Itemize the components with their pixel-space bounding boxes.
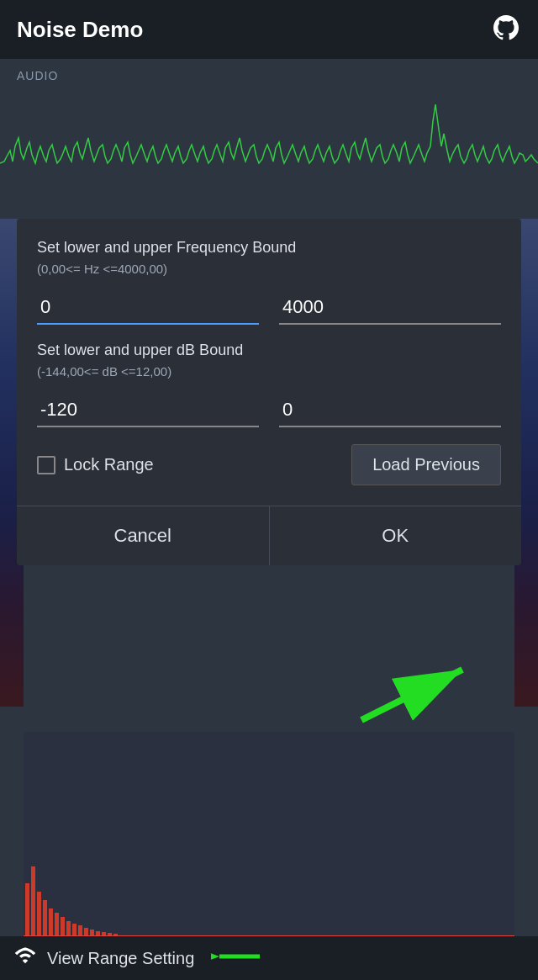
- arrow-annotation: [353, 653, 488, 732]
- svg-rect-4: [37, 892, 41, 936]
- freq-bound-title: Set lower and upper Frequency Bound: [37, 239, 501, 257]
- db-upper-input[interactable]: [279, 394, 501, 427]
- github-icon[interactable]: [491, 13, 521, 46]
- top-bar: Noise Demo: [0, 0, 538, 59]
- freq-input-row: [37, 291, 501, 325]
- freq-upper-wrap: [279, 291, 501, 325]
- db-input-row: [37, 394, 501, 427]
- svg-rect-11: [78, 925, 82, 936]
- svg-rect-5: [43, 900, 47, 936]
- freq-upper-input[interactable]: [279, 291, 501, 325]
- freq-lower-wrap: [37, 291, 259, 325]
- db-lower-wrap: [37, 394, 259, 427]
- freq-lower-input[interactable]: [37, 291, 259, 325]
- view-range-setting-label[interactable]: View Range Setting: [47, 949, 194, 968]
- lock-range-checkbox-wrap[interactable]: Lock Range: [37, 455, 154, 474]
- svg-rect-1: [24, 732, 514, 936]
- svg-rect-0: [0, 87, 538, 239]
- frequency-db-dialog: Set lower and upper Frequency Bound (0,0…: [17, 219, 521, 565]
- bottom-bar[interactable]: View Range Setting: [0, 936, 538, 980]
- svg-rect-6: [49, 908, 53, 936]
- cancel-button[interactable]: Cancel: [17, 506, 270, 565]
- app-title: Noise Demo: [17, 17, 143, 43]
- wifi-icon: [13, 945, 37, 972]
- db-lower-input[interactable]: [37, 394, 259, 427]
- svg-rect-12: [84, 928, 88, 936]
- waveform-display: [0, 87, 538, 239]
- lock-row: Lock Range Load Previous: [37, 444, 501, 506]
- freq-range-hint: (0,00<= Hz <=4000,00): [37, 262, 501, 276]
- db-range-hint: (-144,00<= dB <=12,00): [37, 364, 501, 379]
- dialog-footer: Cancel OK: [17, 506, 521, 565]
- load-previous-button[interactable]: Load Previous: [351, 444, 501, 485]
- audio-section-label: AUDIO: [0, 59, 538, 87]
- svg-rect-10: [72, 924, 76, 936]
- svg-rect-2: [25, 883, 29, 936]
- lock-range-checkbox[interactable]: [37, 456, 55, 474]
- db-bound-title: Set lower and upper dB Bound: [37, 342, 501, 359]
- left-arrow-icon: [211, 945, 261, 972]
- svg-rect-13: [90, 930, 94, 936]
- svg-rect-9: [66, 921, 71, 936]
- svg-rect-8: [61, 917, 65, 936]
- svg-rect-3: [31, 866, 35, 936]
- ok-button[interactable]: OK: [270, 506, 522, 565]
- svg-rect-7: [55, 913, 59, 936]
- db-upper-wrap: [279, 394, 501, 427]
- svg-line-20: [361, 670, 462, 720]
- lock-range-label: Lock Range: [64, 455, 154, 474]
- histogram-area: [24, 732, 514, 936]
